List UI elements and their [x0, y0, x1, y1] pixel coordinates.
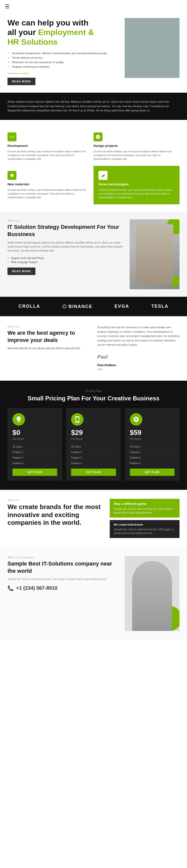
plan0-feat1: Feature 2 [12, 450, 57, 454]
green-icon [99, 171, 108, 180]
pricing-price-2: $59 [130, 429, 175, 437]
agency-section: About us We are the best agency to impro… [0, 316, 187, 381]
plan2-feat1: Feature 2 [130, 450, 175, 454]
pricing-icon-0 [12, 413, 25, 426]
feature-materials: New materials Ut enim ad minim veniam, q… [7, 166, 94, 204]
phone-number[interactable]: 📞 +1 (234) 567-8910 [7, 585, 120, 591]
green-box: Play a different game Sample text. Click… [110, 499, 180, 518]
feature-design-title: Design projects [94, 144, 175, 148]
image-credit-link[interactable]: Unsplash [20, 72, 29, 75]
article-text: Article evident arrived express highest … [7, 100, 180, 113]
feature-development: Development Ut enim ad minim veniam, qui… [7, 127, 94, 166]
pricing-card-2: $59 Per Month 15 Users Feature 2 Feature… [125, 408, 180, 481]
brands-world-title: We create brands for the most innovative… [7, 503, 105, 527]
pricing-grid: $0 Per Month 15 Users Feature 2 Feature … [7, 408, 180, 481]
agency-right: Everything that can be necessary to crea… [97, 325, 180, 372]
get-plan-btn-1[interactable]: GET PLAN [71, 469, 116, 476]
brands-world-label: About us [7, 499, 105, 502]
hero-features-list: Increased transparency, efficient commun… [7, 52, 120, 68]
pricing-card-1: $29 Per Month 15 Users Feature 2 Feature… [66, 408, 121, 481]
pricing-card-0: $0 Per Month 15 Users Feature 2 Feature … [7, 408, 62, 481]
hero-title: We can help you with all your Employment… [7, 18, 120, 47]
brands-world-section: About us We create brands for the most i… [0, 490, 187, 547]
hero-left: We can help you with all your Employment… [7, 18, 120, 85]
green-box-title: Play a different game [114, 502, 176, 505]
best-company-left: About Our Company Sample Best IT-Solutio… [7, 556, 120, 591]
feature-materials-title: New materials [7, 182, 88, 186]
hero-feature-4: Regular monitoring of activities. [7, 65, 120, 68]
agency-subtitle: We work directly for our clients and put… [7, 347, 90, 350]
features-section: Development Ut enim ad minim veniam, qui… [0, 120, 187, 212]
feature-green-text: Ut enim ad minim veniam, quis nostrud ex… [99, 188, 175, 199]
feature-design-text: Ut enim ad minim veniam, quis nostrud ex… [94, 150, 175, 161]
pricing-section: Pricing Plan Small Pricing Plan For Your… [0, 381, 187, 490]
image-credit: Image from Unsplash [7, 72, 120, 75]
person-image [129, 219, 180, 289]
about-read-more-button[interactable]: READ MORE [7, 268, 35, 275]
pricing-features-1: 15 Users Feature 2 Feature 3 Feature 4 [71, 444, 116, 465]
brands-bar: CROLLA ⬡ BINANCE EVGA TESLA [0, 297, 187, 316]
hero-feature-3: Reduction of cost and assurance of quali… [7, 61, 120, 64]
feature-materials-text: Ut enim ad minim veniam, quis nostrud ex… [7, 188, 88, 199]
hero-feature-1: Increased transparency, efficient commun… [7, 52, 120, 55]
plan1-feat2: Feature 3 [71, 455, 116, 459]
brands-world-left: About us We create brands for the most i… [7, 499, 105, 538]
pricing-features-0: 15 Users Feature 2 Feature 3 Feature 4 [12, 444, 57, 465]
support-item-1: Support via E-mail and Phone [7, 257, 125, 259]
get-plan-btn-0[interactable]: GET PLAN [12, 469, 57, 476]
agency-left: About us We are the best agency to impro… [7, 325, 90, 372]
design-icon [94, 132, 103, 142]
plan1-feat0: 15 Users [71, 444, 116, 448]
materials-icon [7, 171, 16, 180]
best-company-section: About Our Company Sample Best IT-Solutio… [0, 547, 187, 640]
pricing-period-2: Per Month [130, 438, 175, 440]
pricing-price-0: $0 [12, 429, 57, 437]
signature-image: Paul [97, 352, 180, 361]
plan2-feat2: Feature 3 [130, 455, 175, 459]
green-box-text: Sample text. Click to select the text bo… [114, 507, 176, 515]
hamburger-icon[interactable]: ☰ [5, 3, 9, 9]
feature-green-title: Green technologies [99, 182, 175, 186]
plan1-feat1: Feature 2 [71, 450, 116, 454]
sig-name: Paul Hodbon, [97, 363, 180, 368]
about-it-label: About us [7, 219, 125, 222]
support-item-2: Multi-Language Support [7, 261, 125, 264]
pricing-icon-2 [130, 413, 142, 426]
pricing-period-0: Per Month [12, 438, 57, 440]
development-icon [7, 132, 16, 142]
hero-section: We can help you with all your Employment… [0, 13, 187, 93]
plan2-feat0: 15 Users [130, 444, 175, 448]
about-it-section: About us IT Solution Strategy Developmen… [0, 212, 187, 297]
feature-green: Green technologies Ut enim ad minim veni… [94, 166, 180, 204]
brand-tesla: TESLA [151, 304, 169, 309]
best-company-label: About Our Company [7, 556, 120, 559]
hero-title-line2: all your [7, 28, 38, 37]
pricing-price-1: $29 [71, 429, 116, 437]
agency-label: About us [7, 325, 90, 328]
brands-world-right: Play a different game Sample text. Click… [110, 499, 180, 538]
plan1-feat3: Feature 4 [71, 460, 116, 465]
plan0-feat3: Feature 4 [12, 460, 57, 465]
best-company-text: Sample text. Click to select the text bo… [7, 577, 120, 581]
article-section: Article evident arrived express highest … [0, 93, 187, 120]
about-it-left: About us IT Solution Strategy Developmen… [7, 219, 125, 289]
about-it-right [129, 219, 180, 289]
hero-title-line3: HR Solutions [7, 37, 58, 46]
brand-evga: EVGA [114, 304, 129, 309]
hero-title-line1: We can help you with [7, 18, 88, 27]
plan2-feat3: Feature 4 [130, 460, 175, 465]
phone-number-value: +1 (234) 567-8910 [16, 585, 58, 591]
read-more-button[interactable]: READ MORE [7, 78, 35, 85]
pricing-label: Pricing Plan [7, 390, 180, 393]
dark-box-title: We create bold brands [114, 523, 176, 526]
best-company-person-image [125, 556, 180, 631]
brand-crolla: CROLLA [18, 304, 40, 309]
pricing-period-1: Per Month [71, 438, 116, 440]
hero-feature-2: Timely delivery of service. [7, 56, 120, 59]
get-plan-btn-2[interactable]: GET PLAN [130, 469, 175, 476]
sig-role: SEO [97, 368, 180, 372]
dark-box: We create bold brands Sample text. Click… [110, 520, 180, 538]
hero-image [125, 18, 180, 85]
pricing-features-2: 15 Users Feature 2 Feature 3 Feature 4 [130, 444, 175, 465]
feature-development-text: Ut enim ad minim veniam, quis nostrud ex… [7, 150, 88, 161]
